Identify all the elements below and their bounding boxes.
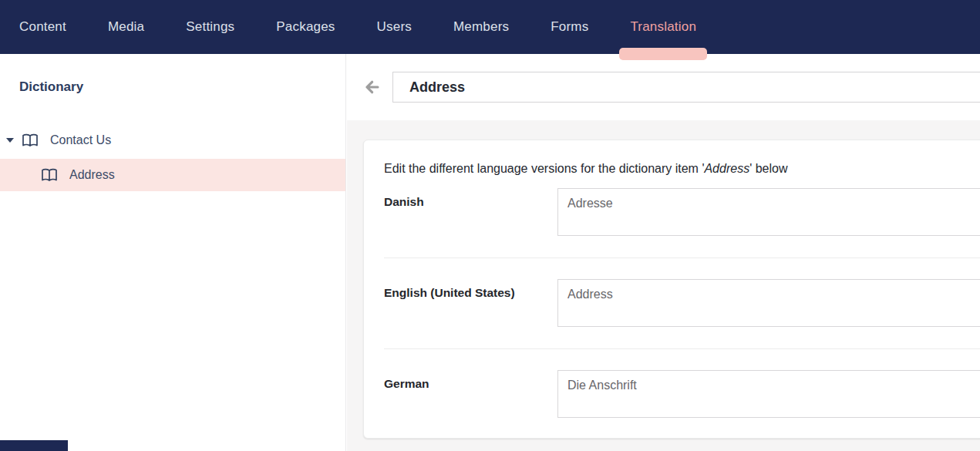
nav-item-media[interactable]: Media xyxy=(108,0,144,54)
nav-item-translation-label: Translation xyxy=(630,0,696,54)
field-divider xyxy=(384,348,980,349)
dictionary-editor-card: Edit the different language versions for… xyxy=(363,140,980,439)
item-name-input[interactable] xyxy=(392,72,980,103)
nav-item-forms[interactable]: Forms xyxy=(551,0,588,54)
tree-item-contact-us[interactable]: Contact Us xyxy=(0,128,345,152)
active-tab-indicator xyxy=(619,48,707,60)
field-row-german: German Die Anschrift xyxy=(384,370,980,418)
nav-item-packages[interactable]: Packages xyxy=(276,0,335,54)
field-row-english-united-states: English (United States) Address xyxy=(384,279,980,327)
book-icon xyxy=(40,167,59,183)
nav-item-users[interactable]: Users xyxy=(377,0,412,54)
translation-input-danish[interactable]: Adresse xyxy=(557,188,980,236)
translation-input-english-united-states[interactable]: Address xyxy=(557,279,980,327)
field-divider xyxy=(384,257,980,258)
dictionary-tree: Contact Us Address xyxy=(0,128,345,191)
language-label: Danish xyxy=(384,188,557,209)
language-label: German xyxy=(384,370,557,391)
edit-instruction: Edit the different language versions for… xyxy=(384,162,980,176)
instruction-suffix: ' below xyxy=(749,162,787,175)
tree-item-label: Address xyxy=(69,168,115,182)
top-navigation: Content Media Settings Packages Users Me… xyxy=(0,0,980,54)
arrow-left-icon[interactable] xyxy=(362,78,381,96)
tree-item-address[interactable]: Address xyxy=(0,159,345,191)
bottom-left-strip xyxy=(0,440,68,451)
book-icon xyxy=(21,133,39,148)
nav-item-content[interactable]: Content xyxy=(19,0,66,54)
nav-item-settings[interactable]: Settings xyxy=(186,0,234,54)
tree-item-label: Contact Us xyxy=(50,133,111,147)
translation-input-german[interactable]: Die Anschrift xyxy=(557,370,980,418)
sidebar-title: Dictionary xyxy=(19,79,345,95)
tree-sidebar: Dictionary Contact Us Address xyxy=(0,54,346,451)
instruction-prefix: Edit the different language versions for… xyxy=(384,162,704,175)
nav-item-members[interactable]: Members xyxy=(453,0,509,54)
editor-header xyxy=(346,54,980,120)
caret-down-icon[interactable] xyxy=(6,138,14,143)
language-label: English (United States) xyxy=(384,279,557,300)
instruction-item-name: Address xyxy=(704,162,749,175)
field-row-danish: Danish Adresse xyxy=(384,188,980,236)
nav-item-translation[interactable]: Translation xyxy=(630,0,696,54)
